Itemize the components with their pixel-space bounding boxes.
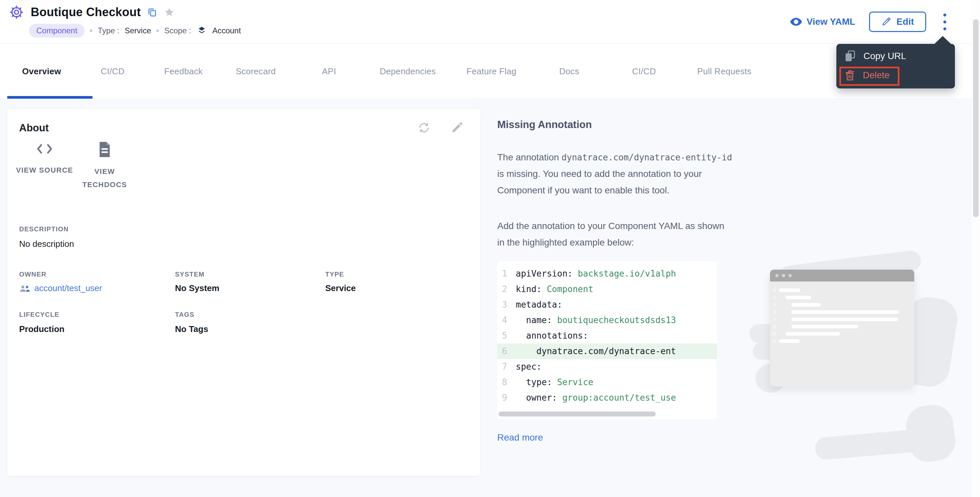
edit-about-pencil-icon[interactable] xyxy=(451,121,463,134)
code-icon xyxy=(13,142,76,156)
gear-icon xyxy=(9,5,24,20)
annotation-key: dynatrace.com/dynatrace-entity-id xyxy=(562,152,732,162)
layers-icon xyxy=(196,25,207,36)
view-yaml-label: View YAML xyxy=(807,16,855,27)
refresh-icon[interactable] xyxy=(418,121,430,134)
menu-item-copy-url[interactable]: Copy URL xyxy=(836,47,955,65)
system-label: SYSTEM xyxy=(175,271,204,278)
delete-label: Delete xyxy=(863,70,889,81)
entity-meta-row: Component Type : Service Scope : Account xyxy=(9,24,241,38)
star-icon[interactable] xyxy=(164,6,175,18)
code-line-highlighted: 6 dynatrace.com/dynatrace-ent xyxy=(497,343,717,359)
edit-button[interactable]: Edit xyxy=(869,11,926,32)
tab-bar: Overview CI/CD Feedback Scorecard API De… xyxy=(0,44,980,99)
menu-arrow xyxy=(934,36,951,44)
scope-value: Account xyxy=(212,26,241,35)
owner-link[interactable]: account/test_user xyxy=(19,283,102,294)
description-label: DESCRIPTION xyxy=(19,225,69,233)
header-actions: View YAML Edit xyxy=(790,0,950,44)
dot-separator xyxy=(90,29,92,32)
document-icon xyxy=(73,142,136,157)
missing-annotation-title: Missing Annotation xyxy=(497,119,732,131)
lifecycle-value: Production xyxy=(19,324,64,334)
dot-separator xyxy=(156,29,159,32)
trash-icon xyxy=(845,70,855,81)
yaml-code-block: 1apiVersion: backstage.io/v1alph 2kind: … xyxy=(497,261,717,419)
view-techdocs-link[interactable]: VIEW TECHDOCS xyxy=(73,142,136,191)
tab-scorecard[interactable]: Scorecard xyxy=(236,66,276,76)
owner-label: OWNER xyxy=(19,271,46,278)
page-scrollbar-thumb[interactable] xyxy=(973,19,979,217)
tab-cicd-2[interactable]: CI/CD xyxy=(632,66,656,76)
mini-window-titlebar xyxy=(770,270,914,281)
page-header: Boutique Checkout Component Type : xyxy=(0,0,980,44)
description-value: No description xyxy=(19,239,74,249)
annotation-description: The annotation dynatrace.com/dynatrace-e… xyxy=(497,149,732,198)
tags-value: No Tags xyxy=(175,324,208,334)
page-scrollbar-track xyxy=(972,0,980,497)
view-source-link[interactable]: VIEW SOURCE xyxy=(13,142,76,177)
code-line: 8 type: Service xyxy=(497,375,717,390)
about-card: About xyxy=(7,109,480,476)
system-value: No System xyxy=(175,283,219,294)
page-title: Boutique Checkout xyxy=(31,5,141,19)
owner-value: account/test_user xyxy=(34,283,102,294)
code-line: 5 annotations: xyxy=(497,328,717,343)
scope-label: Scope : xyxy=(164,26,191,35)
code-line: 9 owner: group:account/test_use xyxy=(497,390,717,406)
about-title: About xyxy=(19,122,49,134)
eye-icon xyxy=(790,17,802,26)
view-source-label: VIEW SOURCE xyxy=(13,164,76,177)
code-editor-illustration xyxy=(743,238,974,468)
missing-annotation-panel: Missing Annotation The annotation dynatr… xyxy=(497,109,732,443)
code-line: 4 name: boutiquecheckoutsdsds13 xyxy=(497,313,717,328)
type-value: Service xyxy=(124,26,151,35)
tab-feature-flag[interactable]: Feature Flag xyxy=(466,66,516,76)
context-menu: Copy URL Delete xyxy=(836,44,955,89)
type-field-label: TYPE xyxy=(325,271,344,278)
copy-url-label: Copy URL xyxy=(864,51,906,61)
tab-dependencies[interactable]: Dependencies xyxy=(380,66,436,76)
read-more-link[interactable]: Read more xyxy=(497,432,543,443)
lifecycle-label: LIFECYCLE xyxy=(19,311,59,318)
header-left: Boutique Checkout Component Type : xyxy=(9,5,241,38)
view-techdocs-label: VIEW TECHDOCS xyxy=(73,165,136,191)
copy-icon[interactable] xyxy=(147,7,157,17)
code-line: 7spec: xyxy=(497,359,717,375)
tab-docs[interactable]: Docs xyxy=(559,66,579,76)
tab-pull-requests[interactable]: Pull Requests xyxy=(697,66,751,76)
group-icon xyxy=(19,284,30,292)
kebab-menu-icon[interactable] xyxy=(940,11,950,32)
pencil-icon xyxy=(881,17,891,27)
annotation-instruction: Add the annotation to your Component YAM… xyxy=(497,218,732,251)
copy-url-icon xyxy=(845,51,856,62)
tab-api[interactable]: API xyxy=(322,66,336,76)
type-label: Type : xyxy=(98,26,119,35)
menu-item-delete[interactable]: Delete xyxy=(836,66,955,84)
tab-feedback[interactable]: Feedback xyxy=(164,66,203,76)
tab-cicd-1[interactable]: CI/CD xyxy=(101,66,124,76)
tags-label: TAGS xyxy=(175,311,194,318)
code-horizontal-scrollbar[interactable] xyxy=(499,411,656,416)
type-field-value: Service xyxy=(325,283,356,294)
entity-page: Boutique Checkout Component Type : xyxy=(0,0,980,497)
tab-overview[interactable]: Overview xyxy=(22,66,61,76)
mini-browser-window xyxy=(770,270,914,386)
code-line: 2kind: Component xyxy=(497,281,717,297)
edit-label: Edit xyxy=(896,16,914,27)
view-yaml-button[interactable]: View YAML xyxy=(790,16,855,27)
code-line: 1apiVersion: backstage.io/v1alph xyxy=(497,266,717,281)
active-tab-indicator xyxy=(7,96,92,98)
kind-badge: Component xyxy=(29,24,84,38)
content-area: About xyxy=(0,99,980,497)
code-line: 3metadata: xyxy=(497,297,717,313)
